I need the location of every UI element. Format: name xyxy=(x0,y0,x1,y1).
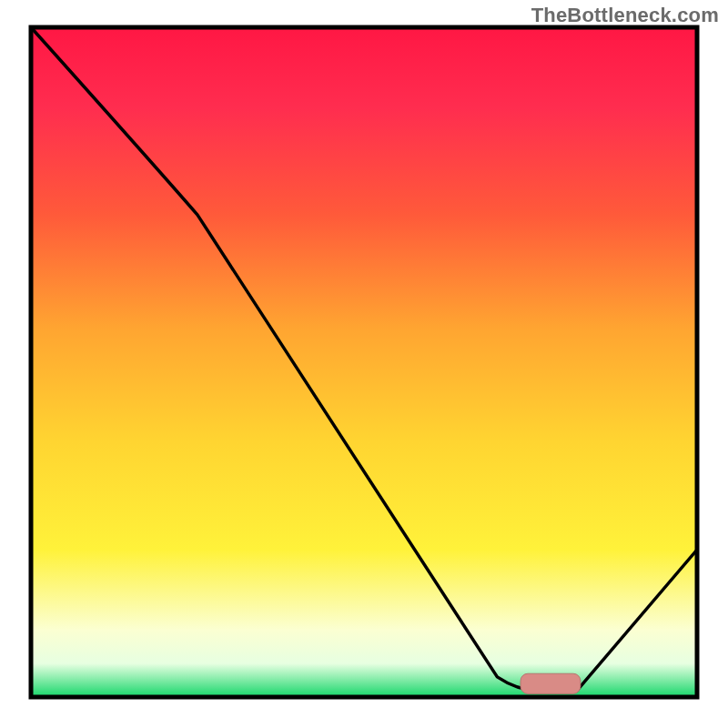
plot-background xyxy=(31,27,697,697)
optimum-marker xyxy=(521,673,581,693)
watermark-text: TheBottleneck.com xyxy=(531,4,719,27)
chart-stage: TheBottleneck.com xyxy=(0,0,728,728)
bottleneck-chart xyxy=(0,0,728,728)
